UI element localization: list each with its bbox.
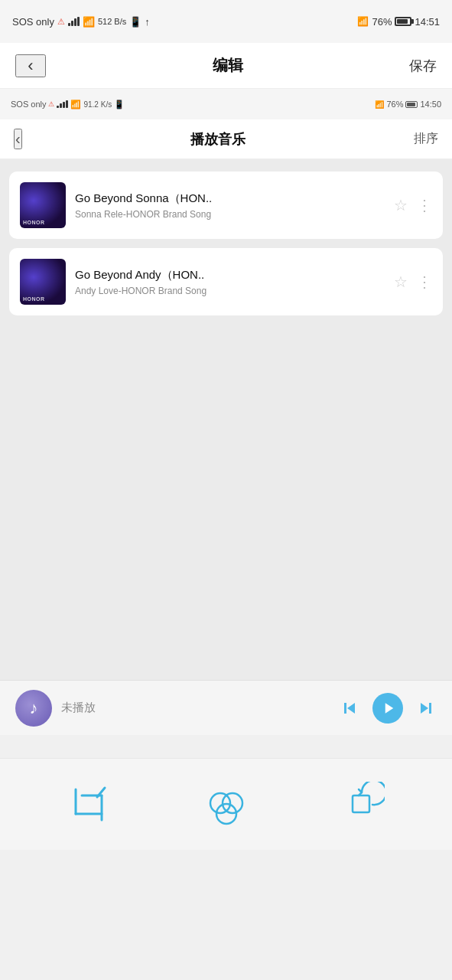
player-bar: ♪ 未播放 <box>0 680 452 735</box>
svg-rect-13 <box>353 795 369 812</box>
sim-icon: 📱 <box>129 16 141 28</box>
sos-label: SOS only <box>12 16 54 28</box>
exclamation-icon: ⚠ <box>57 17 65 27</box>
outer-status-right: 📶 76% 14:51 <box>357 16 440 28</box>
inner-nav: ‹ 播放音乐 排序 <box>0 119 452 159</box>
clock: 14:51 <box>415 16 440 28</box>
battery-percent: 76% <box>372 16 392 28</box>
song-subtitle-2: Andy Love-HONOR Brand Song <box>75 286 385 296</box>
svg-rect-4 <box>429 703 431 714</box>
play-button[interactable] <box>372 693 403 724</box>
more-options-icon-2[interactable]: ⋮ <box>417 274 432 289</box>
inner-clock: 14:50 <box>420 100 441 109</box>
color-tool[interactable] <box>203 782 249 828</box>
inner-page-title: 播放音乐 <box>190 130 246 149</box>
song-title-1: Go Beyond Sonna（HON.. <box>75 191 385 206</box>
signal-strength-icon: 📶 <box>357 16 369 27</box>
music-list-item[interactable]: HONOR Go Beyond Andy（HON.. Andy Love-HON… <box>9 248 443 315</box>
player-controls <box>339 693 437 724</box>
inner-signal-strength-icon: 📶 <box>375 100 384 109</box>
crop-tool[interactable] <box>68 782 114 828</box>
inner-status-left: SOS only ⚠ 📶 91.2 K/s 📱 <box>11 100 125 109</box>
inner-status-right: 📶 76% 14:50 <box>375 100 441 109</box>
music-note-icon: ♪ <box>30 698 38 718</box>
inner-wifi-icon: 📶 <box>70 100 81 109</box>
svg-rect-1 <box>344 703 346 714</box>
favorite-icon-1[interactable]: ☆ <box>394 196 408 214</box>
music-actions-1: ☆ ⋮ <box>394 196 432 214</box>
inner-back-button[interactable]: ‹ <box>14 129 22 149</box>
album-art-1: HONOR <box>20 182 66 228</box>
speed-label: 512 B/s <box>98 17 126 26</box>
inner-sim-icon: 📱 <box>114 100 125 109</box>
upload-icon: ↑ <box>145 16 150 28</box>
spacer <box>0 735 452 758</box>
inner-battery-icon <box>405 101 418 108</box>
music-info-2: Go Beyond Andy（HON.. Andy Love-HONOR Bra… <box>75 268 385 296</box>
save-button[interactable]: 保存 <box>409 57 437 75</box>
battery-icon <box>395 17 411 26</box>
rotate-tool[interactable] <box>339 782 385 828</box>
outer-status-bar: SOS only ⚠ 📶 512 B/s 📱 ↑ 📶 76% 14:51 <box>0 0 452 43</box>
music-actions-2: ☆ ⋮ <box>394 273 432 291</box>
inner-sos-label: SOS only <box>11 100 46 109</box>
next-button[interactable] <box>415 697 437 719</box>
favorite-icon-2[interactable]: ☆ <box>394 273 408 291</box>
inner-battery-percent: 76% <box>386 100 403 109</box>
inner-screenshot: SOS only ⚠ 📶 91.2 K/s 📱 📶 76% 14:50 ‹ 播放… <box>0 89 452 735</box>
wifi-icon: 📶 <box>83 16 95 28</box>
outer-status-left: SOS only ⚠ 📶 512 B/s 📱 ↑ <box>12 16 150 28</box>
music-list: HONOR Go Beyond Sonna（HON.. Sonna Rele-H… <box>0 159 452 680</box>
song-title-2: Go Beyond Andy（HON.. <box>75 268 385 283</box>
svg-marker-0 <box>347 703 355 714</box>
sort-button[interactable]: 排序 <box>414 131 438 147</box>
more-options-icon-1[interactable]: ⋮ <box>417 198 432 213</box>
outer-back-button[interactable]: ‹ <box>15 54 46 77</box>
inner-status-bar: SOS only ⚠ 📶 91.2 K/s 📱 📶 76% 14:50 <box>0 89 452 119</box>
signal-icon <box>68 17 80 26</box>
music-list-item[interactable]: HONOR Go Beyond Sonna（HON.. Sonna Rele-H… <box>9 172 443 239</box>
bottom-toolbar <box>0 758 452 850</box>
svg-marker-3 <box>421 703 428 714</box>
inner-exclamation-icon: ⚠ <box>48 100 54 108</box>
inner-speed-label: 91.2 K/s <box>83 100 112 109</box>
outer-top-nav: ‹ 编辑 保存 <box>0 43 452 89</box>
song-subtitle-1: Sonna Rele-HONOR Brand Song <box>75 209 385 220</box>
player-status: 未播放 <box>61 701 330 715</box>
album-art-2: HONOR <box>20 259 66 305</box>
outer-page-title: 编辑 <box>213 55 243 76</box>
music-info-1: Go Beyond Sonna（HON.. Sonna Rele-HONOR B… <box>75 191 385 220</box>
svg-marker-2 <box>385 703 393 714</box>
player-avatar: ♪ <box>15 690 52 727</box>
inner-signal-icon <box>57 100 68 108</box>
previous-button[interactable] <box>339 697 360 719</box>
